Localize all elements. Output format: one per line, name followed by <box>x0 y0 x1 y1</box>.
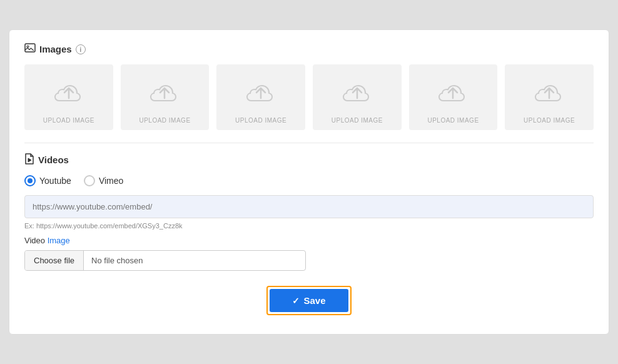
upload-label-6: UPLOAD IMAGE <box>524 117 575 124</box>
youtube-label: Youtube <box>39 176 71 186</box>
check-icon: ✓ <box>292 296 300 306</box>
upload-label-1: UPLOAD IMAGE <box>43 117 94 124</box>
url-example-text: Ex: https://www.youtube.com/embed/XGSy3_… <box>24 222 594 230</box>
videos-section-header: Videos <box>24 153 594 166</box>
file-input-row: Choose file No file chosen <box>24 250 306 271</box>
upload-box-6[interactable]: UPLOAD IMAGE <box>505 64 594 130</box>
upload-icon-2 <box>148 77 181 112</box>
upload-icon-1 <box>53 77 85 112</box>
video-image-link[interactable]: Image <box>48 236 70 245</box>
upload-icon-3 <box>245 77 277 112</box>
upload-label-2: UPLOAD IMAGE <box>139 117 190 124</box>
upload-box-2[interactable]: UPLOAD IMAGE <box>121 64 210 130</box>
section-divider <box>24 143 594 143</box>
vimeo-radio-option[interactable]: Vimeo <box>84 175 123 186</box>
save-button[interactable]: ✓ Save <box>270 289 348 312</box>
upload-box-5[interactable]: UPLOAD IMAGE <box>409 64 498 130</box>
upload-icon-5 <box>437 77 469 112</box>
images-grid: UPLOAD IMAGE UPLOAD IMAGE UPLOAD IMAGE <box>24 64 594 130</box>
upload-box-4[interactable]: UPLOAD IMAGE <box>313 64 402 130</box>
save-button-wrapper: ✓ Save <box>266 286 351 315</box>
images-icon <box>24 43 36 56</box>
file-name-display: No file chosen <box>84 251 305 270</box>
youtube-radio-circle <box>24 175 36 186</box>
upload-box-3[interactable]: UPLOAD IMAGE <box>216 64 305 130</box>
upload-box-1[interactable]: UPLOAD IMAGE <box>24 64 113 130</box>
video-image-label: Video Image <box>24 236 594 245</box>
upload-icon-6 <box>533 77 565 112</box>
save-area: ✓ Save <box>24 286 594 315</box>
images-title: Images <box>39 44 72 54</box>
images-section-header: Images i <box>24 43 594 56</box>
vimeo-label: Vimeo <box>99 176 123 186</box>
save-label: Save <box>303 295 325 306</box>
video-file-icon <box>24 153 34 166</box>
vimeo-radio-circle <box>84 175 95 186</box>
upload-label-5: UPLOAD IMAGE <box>427 117 479 124</box>
main-card: Images i UPLOAD IMAGE UPLOAD IMAGE <box>9 29 609 335</box>
video-url-input[interactable] <box>24 195 594 218</box>
upload-label-3: UPLOAD IMAGE <box>235 117 286 124</box>
choose-file-button[interactable]: Choose file <box>25 251 84 270</box>
youtube-radio-option[interactable]: Youtube <box>24 175 71 186</box>
videos-title: Videos <box>38 154 69 165</box>
upload-icon-4 <box>341 77 373 112</box>
upload-label-4: UPLOAD IMAGE <box>332 117 383 124</box>
svg-point-1 <box>27 46 29 48</box>
images-info-icon[interactable]: i <box>76 44 86 54</box>
video-platform-radio-group: Youtube Vimeo <box>24 175 594 186</box>
